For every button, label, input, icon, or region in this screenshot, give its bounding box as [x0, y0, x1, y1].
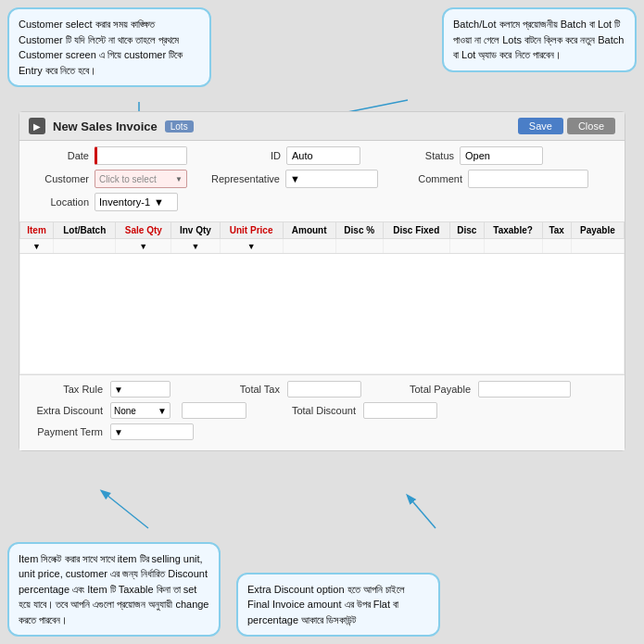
- sub-tax: [542, 239, 571, 254]
- col-taxable: Taxable?: [484, 222, 542, 239]
- tooltip-top-left: Customer select করার সময় কাঙ্ক্ষিত Cust…: [7, 7, 211, 87]
- payment-term-label: Payment Term: [29, 426, 103, 437]
- total-tax-input[interactable]: [287, 381, 361, 398]
- lots-badge: Lots: [165, 120, 194, 133]
- customer-placeholder: Click to select: [99, 174, 157, 184]
- col-item: Item: [20, 222, 54, 239]
- tooltip-top-right: Batch/Lot কলামে প্রয়োজনীয় Batch বা Lot…: [442, 7, 637, 72]
- tooltip-top-right-text: Batch/Lot কলামে প্রয়োজনীয় Batch বা Lot…: [453, 19, 624, 60]
- form-row-3: Location Inventory-1 ▼: [29, 193, 615, 211]
- col-amount: Amount: [283, 222, 335, 239]
- bottom-row-1: Tax Rule ▼ Total Tax Total Payable: [29, 381, 615, 398]
- date-label: Date: [29, 150, 89, 161]
- tooltip-bottom-left: Item সিলেক্ট করার সাথে সাথে item টির sel…: [7, 542, 221, 638]
- status-value: Open: [460, 146, 543, 165]
- form-fields: Date ID Auto Status Open Customer Click …: [19, 141, 625, 221]
- representative-select[interactable]: ▼: [285, 170, 378, 188]
- representative-label: Representative: [211, 173, 280, 184]
- col-unit-price: Unit Price: [220, 222, 283, 239]
- invoice-table: Item Lot/Batch Sale Qty Inv Qty Unit Pri…: [19, 221, 625, 374]
- total-payable-label: Total Payable: [397, 384, 471, 395]
- sub-taxable: [484, 239, 542, 254]
- header-buttons: Save Close: [518, 118, 615, 134]
- play-icon: ▶: [29, 118, 45, 134]
- sub-unit-price: ▼: [220, 239, 283, 254]
- sub-item: ▼: [20, 239, 54, 254]
- form-row-2: Customer Click to select ▼ Representativ…: [29, 170, 615, 188]
- save-button[interactable]: Save: [518, 118, 563, 134]
- payment-term-arrow: ▼: [114, 427, 123, 437]
- sub-disc: [449, 239, 484, 254]
- col-disc: Disc: [449, 222, 484, 239]
- date-input[interactable]: [95, 146, 187, 165]
- id-label: ID: [221, 150, 281, 161]
- bottom-row-3: Payment Term ▼: [29, 423, 615, 440]
- empty-table-area: [20, 254, 625, 374]
- location-select[interactable]: Inventory-1 ▼: [95, 193, 178, 211]
- svg-line-2: [102, 491, 148, 528]
- customer-label: Customer: [29, 173, 89, 184]
- tax-rule-label: Tax Rule: [29, 384, 103, 395]
- invoice-form: ▶ New Sales Invoice Lots Save Close Date…: [19, 111, 625, 451]
- col-sale-qty: Sale Qty: [116, 222, 171, 239]
- payment-term-select[interactable]: ▼: [110, 423, 194, 440]
- page-wrapper: Customer select করার সময় কাঙ্ক্ষিত Cust…: [0, 0, 644, 644]
- sub-lot: [54, 239, 116, 254]
- col-tax: Tax: [542, 222, 571, 239]
- tax-rule-select[interactable]: ▼: [110, 381, 170, 398]
- total-tax-label: Total Tax: [206, 384, 280, 395]
- invoice-title: New Sales Invoice: [53, 120, 158, 133]
- tooltip-bottom-right: Extra Discount option হতে আপনি চাইলে Fin…: [236, 573, 440, 638]
- extra-discount-value: None: [114, 406, 136, 416]
- representative-arrow: ▼: [290, 173, 300, 184]
- customer-select[interactable]: Click to select ▼: [95, 170, 187, 188]
- total-payable-input[interactable]: [478, 381, 571, 398]
- bottom-form: Tax Rule ▼ Total Tax Total Payable Extra…: [19, 374, 625, 450]
- sub-sale-qty: ▼: [116, 239, 171, 254]
- table-container: Item Lot/Batch Sale Qty Inv Qty Unit Pri…: [19, 221, 625, 374]
- table-row: [20, 254, 625, 374]
- svg-line-3: [408, 496, 436, 528]
- tooltip-bottom-right-text: Extra Discount option হতে আপনি চাইলে Fin…: [247, 584, 405, 625]
- sub-amount: [283, 239, 335, 254]
- location-label: Location: [29, 196, 89, 208]
- extra-discount-input[interactable]: [182, 402, 246, 419]
- tax-rule-arrow: ▼: [114, 385, 123, 395]
- sub-disc-pct: [335, 239, 383, 254]
- total-discount-label: Total Discount: [282, 405, 356, 416]
- col-disc-fixed: Disc Fixed: [383, 222, 449, 239]
- tooltip-top-left-text: Customer select করার সময় কাঙ্ক্ষিত Cust…: [19, 19, 183, 76]
- customer-dropdown-arrow: ▼: [175, 175, 183, 183]
- invoice-header: ▶ New Sales Invoice Lots Save Close: [19, 112, 625, 141]
- col-payable: Payable: [571, 222, 624, 239]
- extra-discount-select[interactable]: None ▼: [110, 402, 170, 419]
- col-inv-qty: Inv Qty: [171, 222, 220, 239]
- total-discount-input[interactable]: [363, 402, 437, 419]
- status-label: Status: [394, 150, 454, 161]
- location-value: Inventory-1: [99, 196, 150, 208]
- comment-label: Comment: [402, 173, 462, 184]
- col-disc-pct: Disc %: [335, 222, 383, 239]
- extra-discount-label: Extra Discount: [29, 405, 103, 416]
- id-value: Auto: [286, 146, 360, 165]
- sub-disc-fixed: [383, 239, 449, 254]
- comment-input[interactable]: [468, 170, 588, 188]
- tooltip-bottom-left-text: Item সিলেক্ট করার সাথে সাথে item টির sel…: [19, 553, 208, 625]
- location-arrow: ▼: [154, 196, 164, 208]
- sub-inv-qty: ▼: [171, 239, 220, 254]
- title-area: ▶ New Sales Invoice Lots: [29, 118, 194, 134]
- form-row-1: Date ID Auto Status Open: [29, 146, 615, 165]
- close-button[interactable]: Close: [567, 118, 615, 134]
- extra-discount-arrow: ▼: [158, 406, 167, 416]
- sub-payable: [571, 239, 624, 254]
- col-lot-batch: Lot/Batch: [54, 222, 116, 239]
- table-sub-header: ▼ ▼ ▼ ▼: [20, 239, 625, 254]
- bottom-row-2: Extra Discount None ▼ Total Discount: [29, 402, 615, 419]
